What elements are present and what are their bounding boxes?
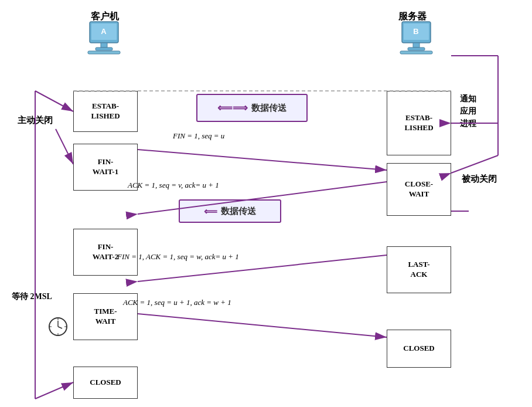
svg-rect-10 (408, 48, 425, 50)
server-computer: B (397, 21, 435, 57)
established-client: ESTAB-LISHED (73, 91, 138, 132)
svg-line-35 (56, 129, 73, 164)
svg-rect-9 (413, 43, 420, 48)
active-close-label: 主动关闭 (18, 114, 53, 127)
closed-client: CLOSED (73, 367, 138, 399)
data-transfer-mid: ⟸ 数据传送 (179, 199, 281, 223)
diagram-container: 客户机 服务器 A B ESTAB-LISHED FIN-W (0, 0, 532, 407)
close-wait: CLOSE-WAIT (387, 163, 451, 216)
last-ack-arrow-label: ACK = 1, seq = u + 1, ack = w + 1 (123, 298, 231, 307)
svg-line-24 (138, 150, 387, 170)
fin-ack-arrow-label: FIN = 1, ACK = 1, seq = w, ack= u + 1 (117, 252, 239, 262)
ack-arrow-label: ACK = 1, seq = v, ack= u + 1 (128, 181, 219, 190)
svg-text:A: A (101, 27, 107, 36)
svg-rect-4 (96, 48, 112, 50)
client-computer: A (85, 21, 123, 57)
data-transfer-top: ⟸⟹ 数据传送 (196, 94, 308, 122)
svg-line-29 (35, 91, 73, 111)
svg-line-30 (35, 382, 73, 399)
svg-rect-11 (400, 51, 432, 54)
wait-2msl-label: 等待 2MSL (12, 290, 52, 303)
closed-server: CLOSED (387, 330, 451, 368)
clock-icon (48, 317, 68, 339)
notify-app-label: 通知应用进程 (460, 93, 476, 130)
svg-line-27 (138, 314, 387, 337)
svg-rect-5 (88, 51, 120, 54)
fin-arrow-label: FIN = 1, seq = u (173, 131, 224, 141)
established-server: ESTAB-LISHED (387, 91, 451, 155)
last-ack: LAST-ACK (387, 246, 451, 293)
svg-text:B: B (413, 27, 418, 36)
svg-line-34 (451, 155, 498, 173)
svg-rect-3 (101, 43, 107, 48)
passive-close-label: 被动关闭 (462, 173, 497, 185)
